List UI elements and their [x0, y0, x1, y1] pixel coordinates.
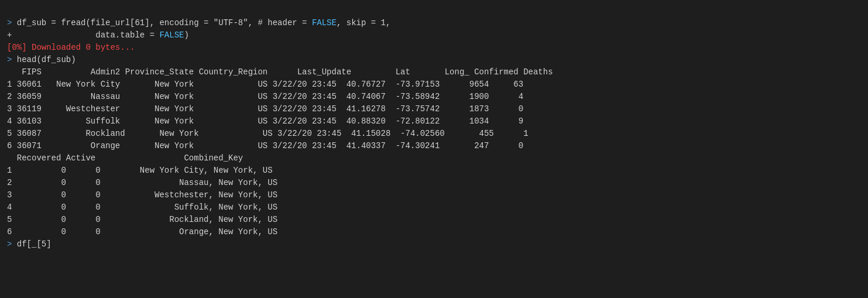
- data-row-1b: 1 0 0 New York City, New York, US: [7, 166, 273, 175]
- data-row-5: 5 36087 Rockland New York US 3/22/20 23:…: [7, 129, 529, 138]
- data-row-3: 3 36119 Westchester New York US 3/22/20 …: [7, 104, 523, 114]
- data-row-6: 6 36071 Orange New York US 3/22/20 23:45…: [7, 141, 523, 150]
- prompt-1: >: [7, 18, 17, 28]
- data-row-4: 4 36103 Suffolk New York US 3/22/20 23:4…: [7, 117, 523, 126]
- data-header-1: FIPS Admin2 Province_State Country_Regio…: [7, 67, 553, 77]
- data-row-1: 1 36061 New York City New York US 3/22/2…: [7, 80, 523, 89]
- data-row-4b: 4 0 0 Suffolk, New York, US: [7, 203, 277, 212]
- prompt-2: >: [7, 55, 17, 64]
- status-line: [0%] Downloaded 0 bytes...: [7, 43, 135, 52]
- continuation-1: + data.table =: [7, 30, 159, 40]
- cmd-2: head(df_sub): [17, 55, 76, 64]
- data-row-2: 2 36059 Nassau New York US 3/22/20 23:45…: [7, 92, 523, 101]
- data-row-5b: 5 0 0 Rockland, New York, US: [7, 215, 277, 224]
- data-row-3b: 3 0 0 Westchester, New York, US: [7, 190, 277, 200]
- data-row-6b: 6 0 0 Orange, New York, US: [7, 227, 277, 237]
- data-row-2b: 2 0 0 Nassau, New York, US: [7, 178, 277, 187]
- partial-cmd: df[: [17, 239, 32, 249]
- console-output: > df_sub = fread(file_url[61], encoding …: [7, 5, 861, 251]
- prompt-3: >: [7, 239, 17, 249]
- data-header-2: Recovered Active Combined_Key: [7, 153, 243, 163]
- cmd-1: df_sub = fread(file_url[61], encoding = …: [17, 18, 312, 28]
